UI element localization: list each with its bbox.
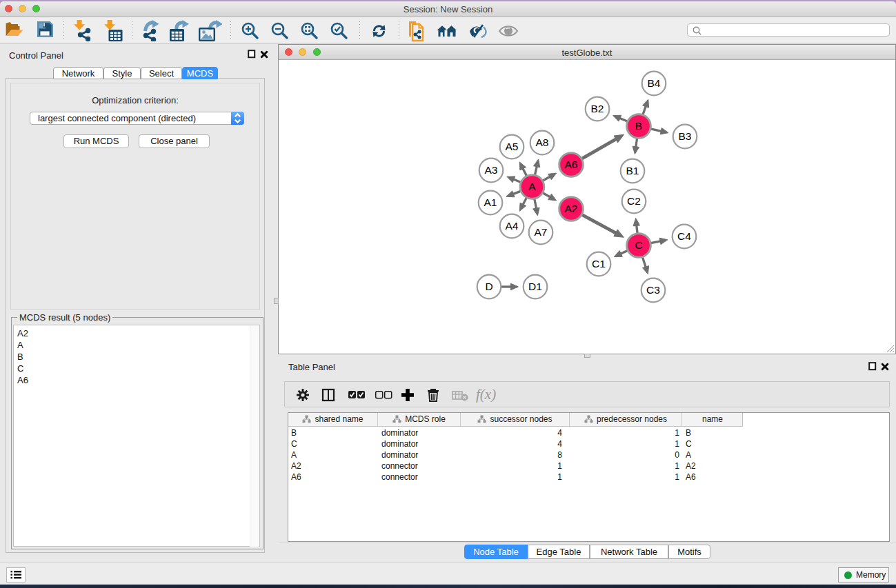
svg-text:A5: A5 [506, 141, 519, 152]
svg-text:C2: C2 [627, 195, 641, 207]
svg-text:A1: A1 [484, 196, 497, 208]
svg-text:C4: C4 [677, 230, 691, 242]
svg-text:A2: A2 [565, 203, 578, 214]
svg-text:B4: B4 [648, 77, 661, 89]
svg-text:C1: C1 [592, 258, 606, 270]
svg-text:A3: A3 [485, 164, 498, 176]
svg-text:C3: C3 [646, 284, 660, 296]
svg-text:C: C [635, 239, 642, 251]
svg-text:A4: A4 [506, 220, 519, 232]
svg-text:A8: A8 [536, 136, 549, 148]
svg-text:B1: B1 [626, 165, 639, 176]
svg-text:B3: B3 [679, 130, 692, 142]
svg-text:A7: A7 [535, 226, 548, 238]
svg-text:D: D [485, 281, 492, 292]
svg-text:B: B [635, 120, 642, 132]
svg-text:A6: A6 [565, 159, 578, 170]
svg-text:D1: D1 [528, 281, 542, 292]
svg-text:B2: B2 [591, 103, 604, 114]
svg-text:A: A [528, 181, 536, 192]
